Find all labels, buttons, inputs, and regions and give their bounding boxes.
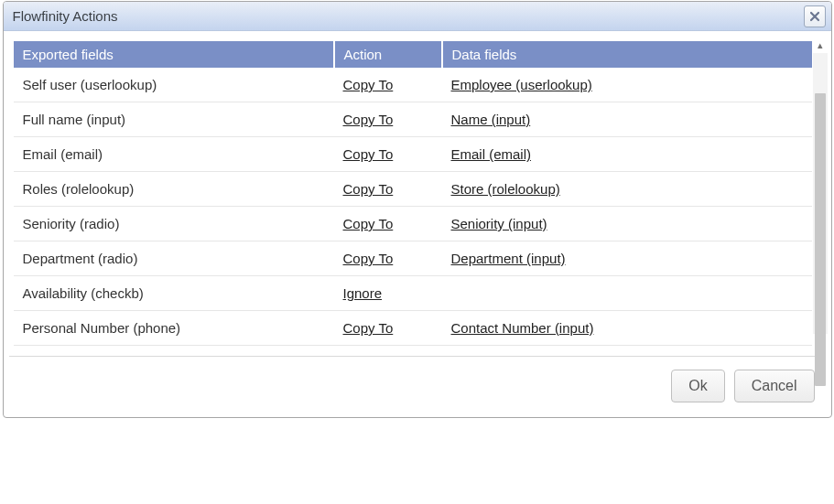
dialog-body: Exported fields Action Data fields Self … (4, 31, 831, 356)
table-row: Personal Number (phone)Copy ToContact Nu… (14, 311, 812, 346)
fields-table: Exported fields Action Data fields Self … (14, 41, 812, 346)
data-field-link[interactable]: Contact Number (input) (451, 320, 594, 336)
exported-field-cell: Availability (checkb) (14, 276, 334, 311)
exported-field-cell: Seniority (radio) (14, 207, 334, 241)
ok-button[interactable]: Ok (671, 370, 724, 402)
exported-field-cell: Full name (input) (14, 102, 334, 137)
data-field-link[interactable]: Name (input) (451, 112, 531, 127)
col-header-action: Action (334, 41, 442, 68)
data-field-link[interactable]: Store (rolelookup) (451, 181, 560, 197)
exported-field-cell: Department (radio) (14, 241, 334, 276)
exported-field-cell: Personal Number (phone) (14, 311, 334, 346)
scroll-up-arrow-icon[interactable]: ▴ (818, 40, 823, 53)
action-link[interactable]: Copy To (343, 251, 394, 266)
action-cell: Copy To (334, 172, 442, 207)
col-header-exported: Exported fields (14, 41, 334, 68)
action-link[interactable]: Copy To (343, 216, 394, 231)
dialog-window: Flowfinity Actions Exported fields Actio… (3, 1, 832, 418)
data-field-link[interactable]: Employee (userlookup) (451, 77, 592, 92)
action-cell: Copy To (334, 68, 442, 102)
data-field-link[interactable]: Seniority (input) (451, 216, 547, 231)
exported-field-cell: Email (email) (14, 137, 334, 172)
table-row: Self user (userlookup)Copy ToEmployee (u… (14, 68, 812, 102)
action-cell: Ignore (334, 276, 442, 311)
dialog-title: Flowfinity Actions (13, 8, 804, 24)
data-field-cell: Name (input) (442, 102, 812, 137)
action-link[interactable]: Copy To (343, 181, 394, 197)
close-button[interactable] (804, 5, 826, 27)
titlebar: Flowfinity Actions (4, 2, 831, 31)
data-field-cell: Email (email) (442, 137, 812, 172)
table-row: Seniority (radio)Copy ToSeniority (input… (14, 207, 812, 241)
vertical-scrollbar[interactable]: ▴ ▾ (813, 40, 828, 347)
action-link[interactable]: Copy To (343, 112, 394, 127)
col-header-data: Data fields (442, 41, 812, 68)
data-field-link[interactable]: Department (input) (451, 251, 566, 266)
action-cell: Copy To (334, 207, 442, 241)
dialog-footer: Ok Cancel (4, 357, 831, 417)
action-link[interactable]: Copy To (343, 77, 394, 92)
table-row: Full name (input)Copy ToName (input) (14, 102, 812, 137)
action-cell: Copy To (334, 311, 442, 346)
action-cell: Copy To (334, 137, 442, 172)
data-field-cell: Store (rolelookup) (442, 172, 812, 207)
scroll-track[interactable] (813, 53, 828, 334)
action-link[interactable]: Copy To (343, 146, 394, 162)
table-row: Roles (rolelookup)Copy ToStore (rolelook… (14, 172, 812, 207)
data-field-cell: Contact Number (input) (442, 311, 812, 346)
exported-field-cell: Self user (userlookup) (14, 68, 334, 102)
exported-field-cell: Roles (rolelookup) (14, 172, 334, 207)
data-field-cell: Employee (userlookup) (442, 68, 812, 102)
cancel-button[interactable]: Cancel (734, 370, 815, 402)
table-row: Department (radio)Copy ToDepartment (inp… (14, 241, 812, 276)
scroll-thumb[interactable] (815, 93, 826, 386)
data-field-cell (442, 276, 812, 311)
table-row: Availability (checkb)Ignore (14, 276, 812, 311)
close-icon (809, 11, 820, 22)
action-link[interactable]: Ignore (343, 285, 383, 301)
scroll-area: Exported fields Action Data fields Self … (13, 40, 813, 347)
action-cell: Copy To (334, 241, 442, 276)
data-field-cell: Seniority (input) (442, 207, 812, 241)
data-field-link[interactable]: Email (email) (451, 146, 532, 162)
action-link[interactable]: Copy To (343, 320, 394, 336)
action-cell: Copy To (334, 102, 442, 137)
table-row: Email (email)Copy ToEmail (email) (14, 137, 812, 172)
data-field-cell: Department (input) (442, 241, 812, 276)
